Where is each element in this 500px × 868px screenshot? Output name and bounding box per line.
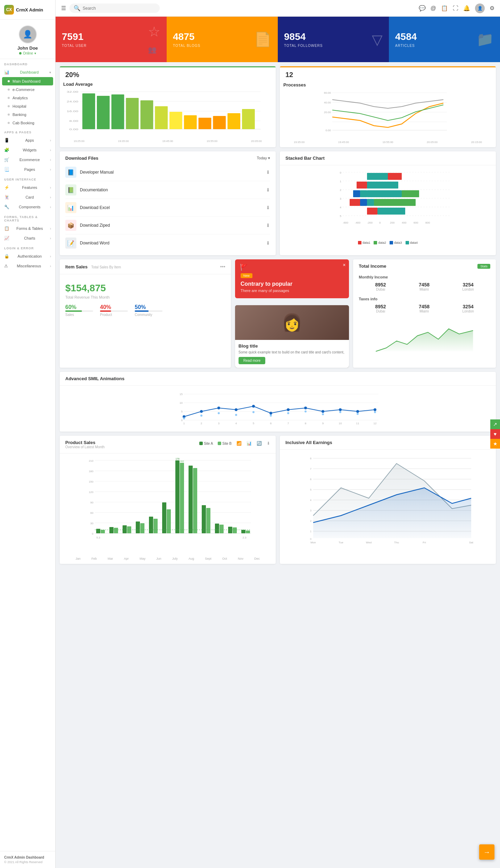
sidebar-group-features[interactable]: ⚡Features› — [0, 183, 55, 192]
sidebar-logo[interactable]: CX CrmX Admin — [0, 0, 55, 20]
sidebar-group-dashboard[interactable]: 📊Dashboard▾ — [0, 67, 55, 77]
sidebar-group-card[interactable]: 🃏Card› — [0, 192, 55, 202]
sidebar-group-pages[interactable]: 📃Pages› — [0, 165, 55, 174]
progress-name-product: Product — [100, 313, 128, 317]
svg-text:24.00: 24.00 — [67, 100, 78, 103]
sidebar-group-ecommerce[interactable]: 🛒Ecommerce› — [0, 155, 55, 165]
svg-text:0: 0 — [379, 221, 381, 224]
download-item-doc[interactable]: 📗 Documentation ⬇ — [65, 181, 270, 199]
today-badge[interactable]: Today ▾ — [257, 156, 270, 160]
sidebar-group-forms[interactable]: 📋Forms & Tables› — [0, 224, 55, 233]
progress-fill-community — [135, 310, 149, 312]
income-city-miami: 7458 Miami — [419, 282, 430, 291]
topbar-avatar[interactable]: 👤 — [475, 3, 485, 13]
stacked-bar-card: Stacked Bar Chart 0 1 2 — [280, 151, 496, 255]
svg-text:4: 4 — [235, 422, 237, 425]
blog-flag-icon: 🚩 — [240, 264, 248, 271]
svg-text:5: 5 — [310, 489, 311, 491]
svg-rect-144 — [202, 505, 206, 533]
download-files-card: Download Files Today ▾ 📘 Developer Manua… — [60, 151, 276, 255]
svg-rect-128 — [109, 527, 114, 533]
tax-city-dubai: 8952 Dubai — [375, 304, 386, 313]
progress-fill-sales — [65, 310, 82, 312]
svg-rect-129 — [114, 528, 118, 533]
download-title: Download Files — [65, 156, 98, 161]
processes-body: Processes 60.00 40.00 20.00 0.00 — [280, 79, 496, 147]
inclusive-earnings-card: Inclusive All Earnings — [280, 436, 496, 564]
stat-number-users: 7591 — [62, 31, 87, 42]
sidebar-group-misc[interactable]: ⚠Miscellaneous› — [0, 261, 55, 271]
sidebar-group-auth[interactable]: 🔒Authentication› — [0, 251, 55, 261]
svg-text:4: 4 — [340, 206, 342, 209]
svg-point-96 — [357, 413, 359, 415]
svg-rect-133 — [140, 523, 144, 533]
svg-point-97 — [374, 411, 376, 413]
stat-card-followers[interactable]: 9854 TOTAL FOLLOWERS ▽ — [278, 17, 389, 62]
notification-icon[interactable]: 🔔 — [463, 5, 470, 11]
sidebar-item-cab-booking[interactable]: Cab Booking — [0, 119, 55, 127]
sidebar-profile: 👤 John Doe Online ▾ — [0, 20, 55, 59]
mention-icon[interactable]: @ — [431, 5, 436, 11]
svg-text:2.3: 2.3 — [242, 536, 247, 539]
sidebar-group-widgets[interactable]: 🧩Widgets› — [0, 145, 55, 155]
download-btn-word[interactable]: ⬇ — [266, 240, 270, 246]
chart-icon-2[interactable]: 📊 — [247, 441, 252, 446]
float-btn-green[interactable]: ↗ — [490, 419, 500, 429]
file-icon-zip: 📦 — [65, 220, 76, 231]
sidebar-item-hospital[interactable]: Hospital — [0, 102, 55, 110]
sidebar-item-main-dashboard[interactable]: Main Dashboard — [2, 77, 53, 85]
sidebar-group-charts[interactable]: 📈Charts› — [0, 233, 55, 243]
sales-subtitle-label: Total Revenue This Month — [65, 295, 225, 299]
search-box[interactable]: 🔍 — [69, 3, 160, 13]
stat-card-users[interactable]: 7591 TOTAL USER ☆👥 — [56, 17, 167, 62]
sidebar-section-forms: FORMS, TABLES & CHARTS — [0, 212, 55, 224]
hamburger-icon[interactable]: ☰ — [61, 5, 66, 11]
download-btn-zip[interactable]: ⬇ — [266, 223, 270, 228]
download-item-developer[interactable]: 📘 Developer Manual ⬇ — [65, 164, 270, 181]
fab-button[interactable]: → — [479, 844, 494, 860]
download-item-word[interactable]: 📝 Download Word ⬇ — [65, 234, 270, 252]
settings-icon[interactable]: ⚙ — [490, 5, 494, 11]
product-sales-header: Product Sales Overview of Latest Month S… — [60, 436, 276, 453]
stat-label-followers: TOTAL FOLLOWERS — [284, 44, 323, 48]
chart-icon-4[interactable]: ⬇ — [267, 441, 270, 446]
row-download-stacked: Download Files Today ▾ 📘 Developer Manua… — [60, 151, 496, 255]
svg-text:Wed: Wed — [366, 541, 372, 544]
svg-rect-10 — [82, 93, 95, 129]
blog-card-close-btn[interactable]: × — [343, 262, 345, 268]
sidebar-section-dashboard: DASHBOARD — [0, 59, 55, 67]
svg-text:8: 8 — [305, 422, 307, 425]
task-icon[interactable]: 📋 — [441, 5, 448, 11]
svg-rect-134 — [149, 517, 153, 533]
chart-icon-1[interactable]: 📶 — [236, 441, 242, 446]
float-btn-red[interactable]: ♥ — [490, 429, 500, 439]
download-btn-doc[interactable]: ⬇ — [266, 187, 270, 193]
download-item-excel[interactable]: 📊 Download Excel ⬇ — [65, 199, 270, 217]
svg-text:7: 7 — [288, 422, 289, 425]
download-item-zip[interactable]: 📦 Download Ziped ⬇ — [65, 217, 270, 234]
message-icon[interactable]: 💬 — [419, 5, 426, 11]
svg-point-76 — [217, 407, 220, 409]
svg-text:Thu: Thu — [394, 541, 399, 544]
progress-name-community: Community — [135, 313, 162, 317]
sidebar-item-ecommerce[interactable]: e-Commerce — [0, 85, 55, 94]
chart-icon-3[interactable]: 🔄 — [257, 441, 262, 446]
download-btn-developer[interactable]: ⬇ — [266, 169, 270, 175]
svg-point-90 — [252, 411, 255, 413]
taxes-title: Taxes info — [359, 297, 490, 301]
sidebar-group-components[interactable]: 🔧Components› — [0, 202, 55, 212]
processes-x-labels: 19:35:0019:45:0019:55:0020:05:0020:15:00 — [283, 139, 492, 144]
stat-card-blogs[interactable]: 4875 TOTAL BLOGS 📄 — [167, 17, 278, 62]
sidebar-item-banking[interactable]: Banking — [0, 110, 55, 119]
sidebar-item-analytics[interactable]: Analytics — [0, 94, 55, 102]
item-sales-menu[interactable]: ••• — [220, 264, 225, 269]
svg-text:5: 5 — [181, 410, 183, 413]
search-input[interactable] — [83, 6, 156, 11]
read-more-button[interactable]: Read more — [239, 357, 265, 364]
fullscreen-icon[interactable]: ⛶ — [453, 5, 458, 11]
float-btn-orange[interactable]: ★ — [490, 439, 500, 449]
sidebar-group-apps[interactable]: 📱Apps› — [0, 135, 55, 145]
download-btn-excel[interactable]: ⬇ — [266, 205, 270, 210]
svg-point-95 — [339, 411, 341, 413]
stat-card-articles[interactable]: 4584 ARTICLES 📁 — [389, 17, 500, 62]
